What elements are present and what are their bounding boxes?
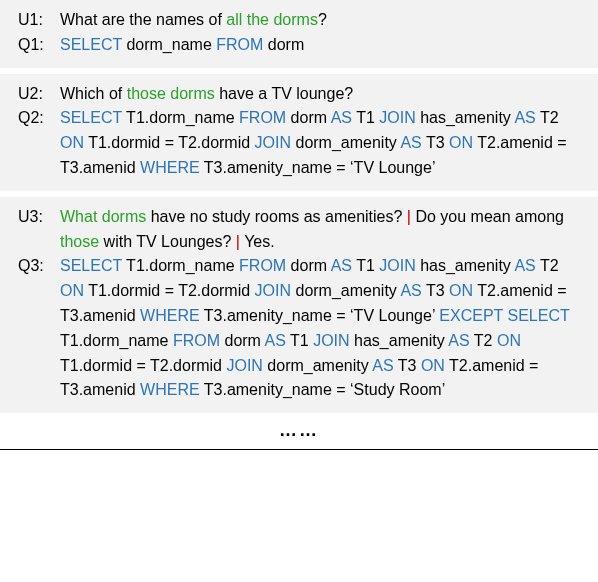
text-token: Yes. <box>240 233 275 250</box>
row-label: Q3: <box>18 254 56 279</box>
sql-keyword: AS <box>400 134 421 151</box>
sql-keyword: ON <box>449 134 473 151</box>
sql-keyword: FROM <box>239 109 286 126</box>
text-token: T1 <box>286 332 313 349</box>
coref-phrase: all the dorms <box>226 11 318 28</box>
sql-keyword: AS <box>331 109 352 126</box>
text-token: dorm_amenity <box>291 282 400 299</box>
row-content: What are the names of all the dorms? <box>56 8 580 33</box>
row-label: Q1: <box>18 33 56 58</box>
sql-keyword: FROM <box>173 332 220 349</box>
text-token: have a TV lounge? <box>215 85 353 102</box>
text-token: dorm_name <box>122 36 216 53</box>
text-token: T3.amenity_name = ‘TV Lounge’ <box>200 307 440 324</box>
text-token: T1 <box>352 109 379 126</box>
text-token: T3 <box>422 282 449 299</box>
row-content: SELECT dorm_name FROM dorm <box>56 33 580 58</box>
text-token: dorm <box>286 257 330 274</box>
text-token: Do you mean among <box>411 208 564 225</box>
sql-keyword: AS <box>400 282 421 299</box>
sql-keyword: AS <box>265 332 286 349</box>
example-row: U2:Which of those dorms have a TV lounge… <box>18 82 580 107</box>
text-token: T3.amenity_name = ‘TV Lounge’ <box>200 159 436 176</box>
text-token: T1.dormid = T2.dormid <box>84 134 255 151</box>
example-row: Q1:SELECT dorm_name FROM dorm <box>18 33 580 58</box>
sql-keyword: SELECT <box>60 36 122 53</box>
row-content: SELECT T1.dorm_name FROM dorm AS T1 JOIN… <box>56 106 580 180</box>
row-content: SELECT T1.dorm_name FROM dorm AS T1 JOIN… <box>56 254 580 403</box>
example-row: Q3:SELECT T1.dorm_name FROM dorm AS T1 J… <box>18 254 580 403</box>
sql-keyword: AS <box>514 109 535 126</box>
coref-phrase: those <box>60 233 99 250</box>
sql-keyword: JOIN <box>379 109 415 126</box>
sql-keyword: EXCEPT <box>439 307 503 324</box>
text-token: T1.dormid = T2.dormid <box>84 282 255 299</box>
sql-keyword: JOIN <box>226 357 262 374</box>
sql-keyword: JOIN <box>379 257 415 274</box>
coref-phrase: those dorms <box>127 85 215 102</box>
sql-keyword: ON <box>449 282 473 299</box>
sql-keyword: ON <box>60 282 84 299</box>
sql-keyword: JOIN <box>255 134 291 151</box>
text-token: T3 <box>422 134 449 151</box>
text-token: with TV Lounges? <box>99 233 236 250</box>
text-token: T2 <box>536 109 559 126</box>
example-row: Q2:SELECT T1.dorm_name FROM dorm AS T1 J… <box>18 106 580 180</box>
sql-keyword: AS <box>514 257 535 274</box>
text-token: What are the names of <box>60 11 226 28</box>
example-block: U3:What dorms have no study rooms as ame… <box>0 197 598 413</box>
sql-keyword: SELECT <box>60 257 122 274</box>
text-token: T2 <box>536 257 559 274</box>
text-token: T1.dormid = T2.dormid <box>60 357 226 374</box>
sql-keyword: JOIN <box>313 332 349 349</box>
sql-keyword: AS <box>372 357 393 374</box>
sql-keyword: ON <box>497 332 521 349</box>
sql-keyword: WHERE <box>140 307 200 324</box>
text-token: dorm <box>263 36 304 53</box>
text-token: T3.amenity_name = ‘Study Room’ <box>200 381 446 398</box>
coref-phrase: What dorms <box>60 208 146 225</box>
text-token: T1.dorm_name <box>122 109 239 126</box>
text-token: ? <box>318 11 327 28</box>
example-row: U1:What are the names of all the dorms? <box>18 8 580 33</box>
sql-keyword: AS <box>448 332 469 349</box>
example-row: U3:What dorms have no study rooms as ame… <box>18 205 580 255</box>
text-token: T2 <box>470 332 497 349</box>
sql-keyword: ON <box>421 357 445 374</box>
text-token: have no study rooms as amenities? <box>146 208 407 225</box>
row-label: Q2: <box>18 106 56 131</box>
row-content: What dorms have no study rooms as amenit… <box>56 205 580 255</box>
sql-keyword: WHERE <box>140 159 200 176</box>
sql-keyword: JOIN <box>255 282 291 299</box>
sql-keyword: WHERE <box>140 381 200 398</box>
text-token: has_amenity <box>416 257 515 274</box>
text-token: has_amenity <box>416 109 515 126</box>
sql-keyword: FROM <box>239 257 286 274</box>
text-token: T1.dorm_name <box>60 332 173 349</box>
text-token: dorm <box>286 109 330 126</box>
sql-keyword: ON <box>60 134 84 151</box>
row-content: Which of those dorms have a TV lounge? <box>56 82 580 107</box>
text-token: T1 <box>352 257 379 274</box>
text-token: dorm_amenity <box>263 357 372 374</box>
row-label: U2: <box>18 82 56 107</box>
sql-keyword: AS <box>331 257 352 274</box>
text-token: dorm_amenity <box>291 134 400 151</box>
example-block: U1:What are the names of all the dorms?Q… <box>0 0 598 68</box>
example-block: U2:Which of those dorms have a TV lounge… <box>0 74 598 191</box>
text-token: T1.dorm_name <box>122 257 239 274</box>
text-token: T3 <box>394 357 421 374</box>
bottom-divider <box>0 449 598 450</box>
sql-keyword: SELECT <box>508 307 570 324</box>
row-label: U1: <box>18 8 56 33</box>
sql-keyword: SELECT <box>60 109 122 126</box>
text-token: dorm <box>220 332 264 349</box>
query-examples-figure: U1:What are the names of all the dorms?Q… <box>0 0 598 450</box>
sql-keyword: FROM <box>216 36 263 53</box>
text-token: has_amenity <box>350 332 449 349</box>
text-token: Which of <box>60 85 127 102</box>
row-label: U3: <box>18 205 56 230</box>
ellipsis: …… <box>0 417 598 445</box>
